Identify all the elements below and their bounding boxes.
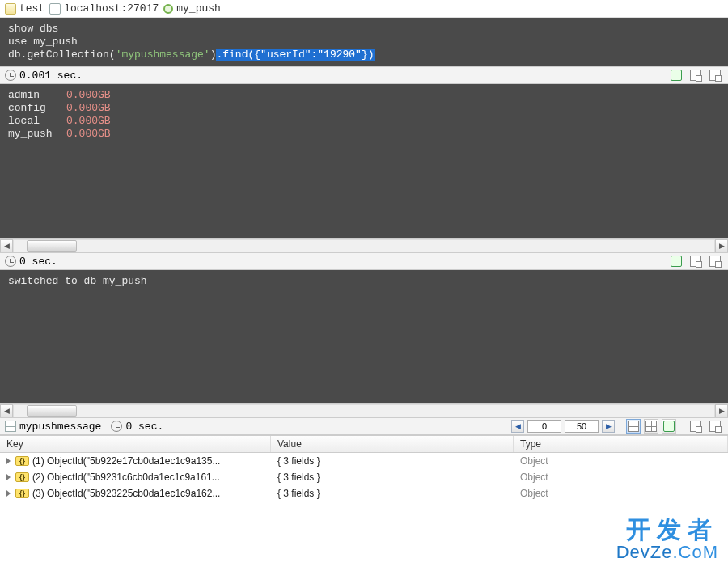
table-view-icon: [645, 421, 657, 432]
collection-name: mypushmessage: [19, 421, 101, 433]
document-icon: [663, 421, 675, 432]
scroll-track[interactable]: [13, 404, 715, 417]
view-text-button-2[interactable]: [668, 254, 684, 269]
db-row: config0.000GB: [8, 102, 720, 115]
expand-toggle[interactable]: [6, 458, 11, 464]
popout-button-1[interactable]: [688, 68, 704, 82]
clock-icon: [5, 70, 16, 81]
host-icon: [49, 3, 61, 15]
detach-icon: [709, 70, 721, 81]
scroll-right-button[interactable]: ▶: [715, 404, 728, 417]
view-text-button[interactable]: [668, 68, 684, 82]
watermark: 开发者 DevZe.CoM: [616, 514, 718, 563]
database-icon: [163, 4, 173, 14]
object-chip-icon: {}: [15, 489, 29, 498]
view-tree-button[interactable]: [626, 419, 641, 434]
status-strip-2: 0 sec.: [0, 252, 728, 270]
document-icon: [671, 70, 682, 81]
db-row: local0.000GB: [8, 115, 720, 128]
exec-time-2: 0 sec.: [19, 256, 57, 268]
result-columns: Key Value Type: [0, 435, 728, 453]
breadcrumb-folder-label: test: [19, 2, 44, 15]
breadcrumb-db-label: my_push: [176, 2, 221, 15]
breadcrumb-host-label: localhost:27017: [64, 2, 159, 15]
page-prev-button[interactable]: ◀: [511, 420, 524, 433]
editor-line-3: db.getCollection('mypushmessage').find({…: [8, 49, 720, 61]
tree-view-icon: [628, 421, 639, 432]
scroll-left-button[interactable]: ◀: [0, 404, 13, 417]
exec-time-1: 0.001 sec.: [19, 70, 83, 82]
scroll-left-button[interactable]: ◀: [0, 239, 13, 252]
h-scrollbar-1[interactable]: ◀ ▶: [0, 238, 728, 252]
scroll-track[interactable]: [13, 239, 715, 252]
output-msg: switched to db my_push: [8, 275, 720, 288]
clock-icon: [5, 256, 16, 267]
breadcrumb-folder[interactable]: test: [5, 2, 44, 15]
clock-icon: [111, 421, 122, 432]
popout-icon: [690, 256, 701, 267]
db-row: admin0.000GB: [8, 89, 720, 102]
col-value[interactable]: Value: [271, 436, 514, 452]
breadcrumb-db[interactable]: my_push: [163, 2, 221, 15]
popout-button-3[interactable]: [688, 419, 704, 434]
scroll-thumb[interactable]: [27, 405, 77, 417]
result-row[interactable]: {}(2) ObjectId("5b9231c6cb0da1ec1c9a161.…: [0, 469, 728, 485]
detach-button-1[interactable]: [707, 68, 723, 82]
detach-icon: [709, 256, 721, 267]
expand-toggle[interactable]: [6, 490, 11, 497]
status-strip-3: mypushmessage 0 sec. ◀ ▶: [0, 417, 728, 435]
exec-time-3: 0 sec.: [125, 421, 163, 433]
detach-button-2[interactable]: [707, 254, 723, 269]
page-start-input[interactable]: [527, 420, 561, 433]
expand-toggle[interactable]: [6, 474, 11, 480]
detach-icon: [709, 421, 721, 432]
output-pane-1[interactable]: admin0.000GB config0.000GB local0.000GB …: [0, 84, 728, 238]
detach-button-3[interactable]: [707, 419, 723, 434]
breadcrumb: test localhost:27017 my_push: [0, 0, 728, 18]
editor-selection: .find({"userId":"19290"}): [216, 49, 374, 61]
h-scrollbar-2[interactable]: ◀ ▶: [0, 403, 728, 417]
popout-button-2[interactable]: [688, 254, 704, 269]
result-rows: {}(1) ObjectId("5b922e17cb0da1ec1c9a135.…: [0, 453, 728, 501]
scroll-right-button[interactable]: ▶: [715, 239, 728, 252]
editor-line-1: show dbs: [8, 23, 58, 35]
view-text-button-3[interactable]: [662, 419, 676, 434]
scroll-thumb[interactable]: [27, 240, 77, 252]
result-row[interactable]: {}(1) ObjectId("5b922e17cb0da1ec1c9a135.…: [0, 453, 728, 469]
document-icon: [671, 256, 682, 267]
breadcrumb-host[interactable]: localhost:27017: [49, 2, 159, 15]
popout-icon: [690, 421, 701, 432]
query-editor[interactable]: show dbs use my_push db.getCollection('m…: [0, 18, 728, 66]
col-type[interactable]: Type: [514, 436, 728, 452]
object-chip-icon: {}: [15, 456, 29, 466]
popout-icon: [690, 70, 701, 81]
object-chip-icon: {}: [15, 472, 29, 482]
db-row: my_push0.000GB: [8, 128, 720, 141]
result-row[interactable]: {}(3) ObjectId("5b923225cb0da1ec1c9a162.…: [0, 485, 728, 501]
output-pane-2[interactable]: switched to db my_push: [0, 270, 728, 403]
col-key[interactable]: Key: [0, 436, 271, 452]
status-strip-1: 0.001 sec.: [0, 66, 728, 84]
table-icon: [5, 421, 16, 432]
page-next-button[interactable]: ▶: [602, 420, 615, 433]
editor-line-2: use my_push: [8, 36, 78, 48]
paging-controls: ◀ ▶: [511, 420, 615, 433]
page-size-input[interactable]: [565, 420, 599, 433]
folder-icon: [5, 3, 16, 15]
view-table-button[interactable]: [644, 419, 658, 434]
